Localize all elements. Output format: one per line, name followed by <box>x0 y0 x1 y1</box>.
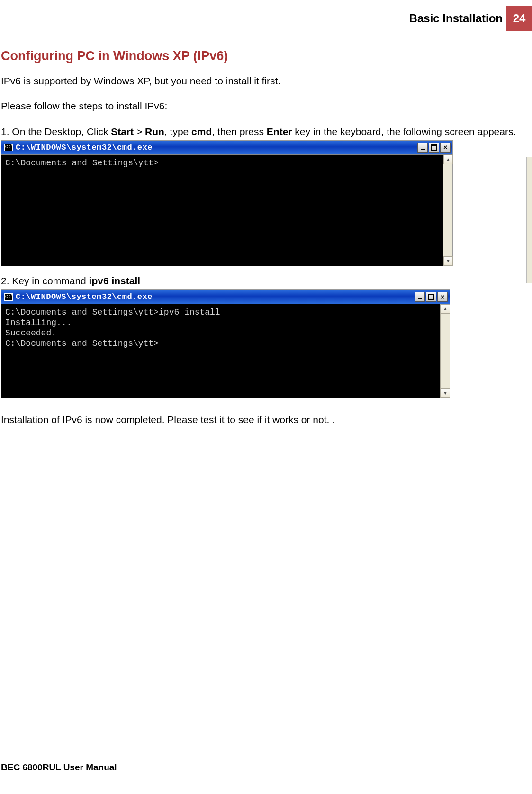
footer-text: BEC 6800RUL User Manual <box>1 761 117 774</box>
scroll-up-icon[interactable]: ▲ <box>443 155 453 164</box>
minimize-button[interactable] <box>417 143 428 153</box>
scrollbar-2[interactable]: ▲ ▼ <box>440 304 450 398</box>
close-button[interactable]: × <box>437 292 448 302</box>
step1-gt: > <box>134 126 145 137</box>
window-controls-2: × <box>415 292 448 302</box>
titlebar-1[interactable]: C:\ C:\WINDOWS\system32\cmd.exe × <box>1 141 452 155</box>
step2-command: ipv6 install <box>89 275 141 286</box>
completion-paragraph: Installation of IPv6 is now completed. P… <box>1 413 531 426</box>
titlebar-2[interactable]: C:\ C:\WINDOWS\system32\cmd.exe × <box>1 290 450 304</box>
titlebar-left-1: C:\ C:\WINDOWS\system32\cmd.exe <box>4 142 153 153</box>
scroll-down-icon[interactable]: ▼ <box>443 256 453 266</box>
step1-enter: Enter <box>267 126 292 137</box>
scroll-track[interactable] <box>441 314 450 388</box>
terminal-window-2: C:\ C:\WINDOWS\system32\cmd.exe × C:\Doc… <box>1 289 450 398</box>
maximize-button[interactable] <box>429 143 439 153</box>
step-2: 2. Key in command ipv6 install <box>1 274 531 288</box>
terminal1-line-0: C:\Documents and Settings\ytt> <box>5 158 449 168</box>
terminal1-body[interactable]: C:\Documents and Settings\ytt> <box>1 155 452 266</box>
cmd-icon: C:\ <box>4 293 13 301</box>
step1-suffix: key in the keyboard, the following scree… <box>292 126 516 137</box>
maximize-button[interactable] <box>426 292 436 302</box>
scrollbar-1[interactable]: ▲ ▼ <box>443 155 452 266</box>
close-button[interactable]: × <box>440 143 451 153</box>
scroll-up-icon[interactable]: ▲ <box>441 304 450 314</box>
section-title: Configuring PC in Windows XP (IPv6) <box>1 47 531 65</box>
step1-start: Start <box>111 126 134 137</box>
page-right-strip <box>526 157 532 283</box>
page-content: Configuring PC in Windows XP (IPv6) IPv6… <box>0 31 532 427</box>
page-number-box: 24 <box>506 6 532 31</box>
step1-prefix: 1. On the Desktop, Click <box>1 126 111 137</box>
step1-cmd: cmd <box>191 126 212 137</box>
terminal2-line-4: C:\Documents and Settings\ytt> <box>5 338 446 349</box>
window-controls-1: × <box>417 143 451 153</box>
please-follow: Please follow the steps to install IPv6: <box>1 99 531 113</box>
step1-then: , then press <box>212 126 267 137</box>
step-1: 1. On the Desktop, Click Start > Run, ty… <box>1 125 531 138</box>
terminal-window-1: C:\ C:\WINDOWS\system32\cmd.exe × C:\Doc… <box>1 140 453 266</box>
terminal2-body[interactable]: C:\Documents and Settings\ytt>ipv6 insta… <box>1 304 450 398</box>
step2-prefix: 2. Key in command <box>1 275 89 286</box>
header-section: Basic Installation <box>409 10 503 27</box>
terminal1-title: C:\WINDOWS\system32\cmd.exe <box>16 142 153 153</box>
terminal2-line-0: C:\Documents and Settings\ytt>ipv6 insta… <box>5 307 446 317</box>
minimize-button[interactable] <box>415 292 425 302</box>
terminal2-line-1: Installing... <box>5 317 446 328</box>
scroll-down-icon[interactable]: ▼ <box>441 388 450 398</box>
titlebar-left-2: C:\ C:\WINDOWS\system32\cmd.exe <box>4 291 153 303</box>
page-header: Basic Installation 24 <box>0 0 532 31</box>
step1-type: , type <box>164 126 191 137</box>
terminal2-line-2: Succeeded. <box>5 328 446 338</box>
scroll-track[interactable] <box>443 164 452 256</box>
terminal2-title: C:\WINDOWS\system32\cmd.exe <box>16 291 153 303</box>
intro-paragraph: IPv6 is supported by Windows XP, but you… <box>1 74 531 88</box>
page-number: 24 <box>513 10 526 27</box>
step1-run: Run <box>145 126 164 137</box>
cmd-icon: C:\ <box>4 144 13 151</box>
